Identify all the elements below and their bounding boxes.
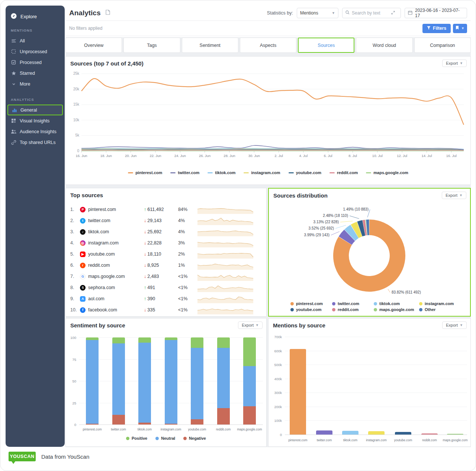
legend-item-negative[interactable]: Negative — [183, 436, 206, 440]
top-source-row-youtube.com[interactable]: 5.▶youtube.com↓18,1102% — [70, 249, 263, 260]
legend-item-pinterest.com[interactable]: pinterest.com — [128, 170, 162, 175]
sentiment-bar-maps.google.com[interactable] — [243, 337, 256, 424]
star-icon — [11, 70, 16, 76]
sidebar-item-all[interactable]: All — [6, 35, 65, 46]
sidebar-item-general[interactable]: General — [7, 105, 63, 115]
top-source-row-aol.com[interactable]: 9.Aaol.com↑390<1% — [70, 293, 263, 304]
source-domain[interactable]: sephora.com — [88, 285, 144, 290]
tab-comparison[interactable]: Comparison — [414, 38, 471, 53]
statistics-by-select[interactable]: Mentions ▼ — [297, 8, 338, 18]
legend-item-instagram.com[interactable]: instagram.com — [244, 170, 280, 175]
source-domain[interactable]: youtube.com — [88, 251, 144, 257]
sidebar-item-audience-insights[interactable]: Audience Insights — [6, 126, 65, 137]
tab-tags[interactable]: Tags — [123, 38, 180, 53]
legend-item-instagram.com[interactable]: instagram.com — [419, 301, 459, 306]
sidebar-item-top-shared-urls[interactable]: Top shared URLs — [6, 137, 65, 148]
y-axis-tick-label: 400k — [269, 377, 282, 381]
source-domain[interactable]: facebook.com — [88, 307, 144, 313]
tab-sentiment[interactable]: Sentiment — [182, 38, 238, 53]
source-value: ↓18,110 — [144, 251, 178, 257]
top-source-row-reddit.com[interactable]: 6.rreddit.com↓8,9251% — [70, 260, 263, 271]
mentions-bar-instagram.com[interactable] — [368, 431, 385, 435]
mentions-bar-youtube.com[interactable] — [395, 432, 411, 435]
sentiment-bar-youtube.com[interactable] — [191, 337, 203, 424]
source-domain[interactable]: pinterest.com — [88, 207, 144, 212]
share-text: <1% — [178, 285, 196, 290]
search-input[interactable] — [352, 10, 389, 16]
legend-item-tiktok.com[interactable]: tiktok.com — [374, 301, 419, 306]
expand-icon[interactable] — [391, 10, 395, 16]
legend-item-twitter.com[interactable]: twitter.com — [332, 301, 374, 306]
legend-item-positive[interactable]: Positive — [126, 436, 147, 440]
y-axis-tick-label: 25k — [73, 71, 80, 76]
sentiment-bar-tiktok.com[interactable] — [138, 337, 151, 424]
legend-item-Other[interactable]: Other — [419, 307, 459, 312]
sidebar-item-visual-insights[interactable]: Visual Insights — [6, 115, 65, 126]
source-domain[interactable]: instagram.com — [88, 240, 144, 246]
bookmark-button[interactable]: ▼ — [453, 24, 467, 33]
tab-sources[interactable]: Sources — [298, 38, 354, 53]
sentiment-bar-instagram.com[interactable] — [165, 337, 177, 424]
export-button[interactable]: Export ▼ — [442, 60, 467, 67]
donut-slice-youtube.com[interactable] — [360, 228, 364, 229]
source-domain[interactable]: twitter.com — [88, 218, 144, 223]
legend-label: Neutral — [161, 436, 175, 440]
sidebar-item-explore[interactable]: Explore — [11, 13, 60, 20]
sidebar-item-starred[interactable]: Starred — [6, 68, 65, 78]
tab-word-cloud[interactable]: Word cloud — [356, 38, 412, 53]
legend-item-youtube.com[interactable]: youtube.com — [289, 170, 321, 175]
top-source-row-sephora.com[interactable]: 8.Ssephora.com↑491<1% — [70, 282, 263, 293]
sidebar-item-more[interactable]: More — [6, 78, 65, 89]
top-source-row-tiktok.com[interactable]: 3.♪tiktok.com↓25,6924% — [70, 226, 263, 237]
legend-item-maps.google.com[interactable]: maps.google.com — [374, 307, 419, 312]
document-icon[interactable] — [106, 10, 110, 16]
legend-swatch — [170, 172, 176, 173]
top-source-row-pinterest.com[interactable]: 1.Ppinterest.com↑611,49284% — [70, 204, 263, 215]
sentiment-bar-reddit.com[interactable] — [217, 337, 230, 424]
filters-button[interactable]: Filters — [422, 24, 451, 33]
legend-item-twitter.com[interactable]: twitter.com — [170, 170, 199, 175]
source-domain[interactable]: maps.google.com — [88, 274, 144, 279]
sentiment-bar-pinterest.com[interactable] — [86, 337, 99, 424]
top-source-row-facebook.com[interactable]: 10.ffacebook.com↓335<1% — [70, 304, 263, 315]
mentions-bar-twitter.com[interactable] — [316, 430, 332, 435]
legend-item-pinterest.com[interactable]: pinterest.com — [290, 301, 332, 306]
source-domain[interactable]: aol.com — [88, 296, 144, 301]
sources-line-chart[interactable]: 25k20k15k10k5k016. Jun18. Jun20. Jun22. … — [68, 68, 468, 166]
share-text: 4% — [178, 218, 196, 223]
line-series-youtube.com[interactable] — [81, 150, 464, 150]
legend-item-maps.google.com[interactable]: maps.google.com — [366, 170, 408, 175]
mentions-bar-reddit.com[interactable] — [421, 433, 438, 435]
donut-slice-tiktok.com[interactable] — [350, 231, 355, 235]
source-domain[interactable]: tiktok.com — [88, 229, 144, 234]
mentions-bar-maps.google.com[interactable] — [447, 434, 463, 435]
mentions-bar-tiktok.com[interactable] — [342, 431, 358, 435]
grid-line — [285, 407, 467, 407]
sentiment-bar-twitter.com[interactable] — [112, 337, 125, 424]
line-series-pinterest.com[interactable] — [81, 78, 464, 125]
sidebar-item-unprocessed[interactable]: Unprocessed — [6, 46, 65, 57]
legend-swatch — [332, 308, 335, 311]
legend-item-reddit.com[interactable]: reddit.com — [332, 307, 374, 312]
top-source-row-instagram.com[interactable]: 4.◎instagram.com↓22,8283% — [70, 237, 263, 249]
legend-item-neutral[interactable]: Neutral — [155, 436, 175, 440]
legend-item-tiktok.com[interactable]: tiktok.com — [208, 170, 235, 175]
donut-slice-twitter.com[interactable] — [345, 236, 350, 241]
mentions-bar-pinterest.com[interactable] — [290, 349, 306, 435]
top-source-row-maps.google.com[interactable]: 7.Gmaps.google.com↓2,483<1% — [70, 271, 263, 282]
source-domain[interactable]: reddit.com — [88, 263, 144, 268]
chevron-down-icon: ▼ — [461, 26, 464, 30]
legend-item-reddit.com[interactable]: reddit.com — [329, 170, 358, 175]
date-range-picker[interactable]: 2023-06-16 - 2023-07-17 — [405, 8, 467, 18]
donut-slice-reddit.com[interactable] — [364, 228, 366, 228]
donut-slice-instagram.com[interactable] — [355, 229, 360, 231]
line-series-reddit.com[interactable] — [81, 150, 464, 151]
sparkline — [196, 260, 255, 270]
top-source-row-twitter.com[interactable]: 2.ttwitter.com↓29,1434% — [70, 215, 263, 226]
legend-item-youtube.com[interactable]: youtube.com — [290, 307, 332, 312]
tab-overview[interactable]: Overview — [65, 38, 122, 53]
tab-aspects[interactable]: Aspects — [240, 38, 296, 53]
sidebar-item-processed[interactable]: Processed — [6, 57, 65, 68]
export-button[interactable]: Export ▼ — [442, 192, 466, 199]
sources-donut-chart[interactable]: 83.82% (611 492)3.99% (29 143)3.52% (25 … — [269, 198, 470, 299]
